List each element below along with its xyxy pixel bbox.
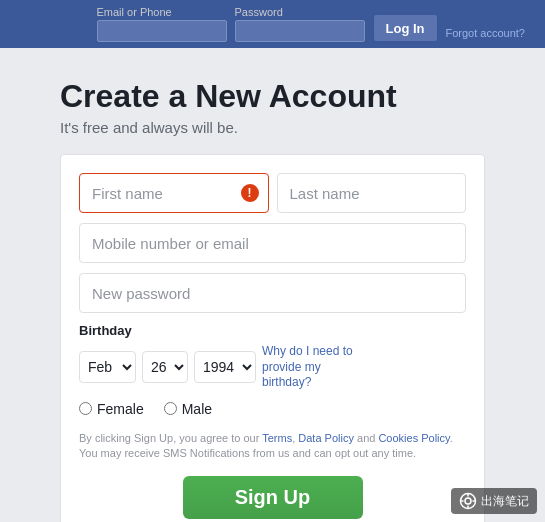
gender-male-label: Male bbox=[182, 401, 212, 417]
gender-male-radio[interactable] bbox=[164, 402, 177, 415]
gender-male-option[interactable]: Male bbox=[164, 401, 212, 417]
data-policy-link[interactable]: Data Policy bbox=[298, 432, 354, 444]
birthday-month-select[interactable]: JanFebMar AprMayJun JulAugSep OctNovDec bbox=[79, 351, 136, 383]
watermark-text: 出海笔记 bbox=[481, 493, 529, 510]
mobile-input[interactable] bbox=[79, 223, 466, 263]
signup-button[interactable]: Sign Up bbox=[183, 476, 363, 519]
last-name-input[interactable] bbox=[277, 173, 467, 213]
forgot-account-link[interactable]: Forgot account? bbox=[446, 26, 526, 40]
gender-row: Female Male bbox=[79, 401, 466, 417]
login-button[interactable]: Log In bbox=[373, 14, 438, 42]
svg-point-1 bbox=[465, 498, 471, 504]
page-subtitle: It's free and always will be. bbox=[60, 119, 485, 136]
watermark-icon bbox=[459, 492, 477, 510]
header-inputs-row: Email or Phone Password Log In Forgot ac… bbox=[97, 6, 526, 42]
birthday-year-select[interactable]: 199419931992 19911990 bbox=[194, 351, 256, 383]
gender-female-option[interactable]: Female bbox=[79, 401, 144, 417]
birthday-label: Birthday bbox=[79, 323, 466, 338]
email-input[interactable] bbox=[97, 20, 227, 42]
password-label: Password bbox=[235, 6, 365, 18]
mobile-wrapper bbox=[79, 223, 466, 263]
page-title: Create a New Account bbox=[60, 78, 485, 115]
email-field-wrapper: Email or Phone bbox=[97, 6, 227, 42]
email-label: Email or Phone bbox=[97, 6, 227, 18]
new-password-wrapper bbox=[79, 273, 466, 313]
gender-female-label: Female bbox=[97, 401, 144, 417]
birthday-day-select[interactable]: 252627 2812 bbox=[142, 351, 188, 383]
password-field-wrapper: Password bbox=[235, 6, 365, 42]
watermark: 出海笔记 bbox=[451, 488, 537, 514]
new-password-input[interactable] bbox=[79, 273, 466, 313]
first-name-wrapper: ! bbox=[79, 173, 269, 213]
gender-female-radio[interactable] bbox=[79, 402, 92, 415]
mobile-row bbox=[79, 223, 466, 263]
last-name-wrapper bbox=[277, 173, 467, 213]
cookies-link[interactable]: Cookies Policy bbox=[378, 432, 449, 444]
birthday-row: JanFebMar AprMayJun JulAugSep OctNovDec … bbox=[79, 344, 466, 391]
signup-form-card: ! Birthday JanFebMar AprMayJun JulAugSep bbox=[60, 154, 485, 522]
why-birthday-link[interactable]: Why do I need to provide my birthday? bbox=[262, 344, 362, 391]
name-row: ! bbox=[79, 173, 466, 213]
password-row bbox=[79, 273, 466, 313]
main-content: Create a New Account It's free and alway… bbox=[0, 48, 545, 522]
header: Email or Phone Password Log In Forgot ac… bbox=[0, 0, 545, 48]
terms-text: By clicking Sign Up, you agree to our Te… bbox=[79, 431, 466, 462]
terms-link[interactable]: Terms bbox=[262, 432, 292, 444]
first-name-error-icon: ! bbox=[241, 184, 259, 202]
password-input[interactable] bbox=[235, 20, 365, 42]
